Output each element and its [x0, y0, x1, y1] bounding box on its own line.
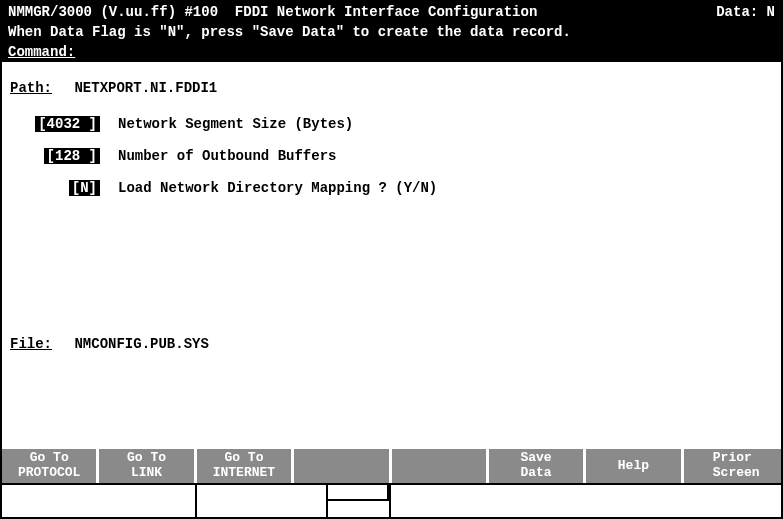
- fkey-blank-4: [294, 449, 391, 483]
- load-directory-label: Load Network Directory Mapping ? (Y/N): [118, 180, 437, 196]
- function-key-row: Go To PROTOCOL Go To LINK Go To INTERNET…: [2, 449, 781, 483]
- fkey-help[interactable]: Help: [586, 449, 683, 483]
- fkey-save-data[interactable]: Save Data: [489, 449, 586, 483]
- app-title: NMMGR/3000 (V.uu.ff) #100 FDDI Network I…: [8, 4, 537, 20]
- fkey-go-to-internet[interactable]: Go To INTERNET: [197, 449, 294, 483]
- bottom-box-1: [2, 485, 197, 517]
- field-segment-size: [4032 ] Network Segment Size (Bytes): [10, 116, 773, 132]
- bottom-box-3: [328, 485, 392, 517]
- content-area: Path: NETXPORT.NI.FDDI1 [4032 ] Network …: [2, 62, 781, 449]
- hint-line: When Data Flag is "N", press "Save Data"…: [2, 22, 781, 42]
- fkey-blank-5: [392, 449, 489, 483]
- path-value: NETXPORT.NI.FDDI1: [74, 80, 217, 96]
- segment-size-input[interactable]: [4032 ]: [35, 116, 100, 132]
- command-label: Command:: [8, 44, 75, 60]
- field-load-directory: [N] Load Network Directory Mapping ? (Y/…: [10, 180, 773, 196]
- command-row: Command:: [2, 42, 781, 62]
- fkey-prior-screen[interactable]: Prior Screen: [684, 449, 781, 483]
- load-directory-input[interactable]: [N]: [69, 180, 100, 196]
- segment-size-label: Network Segment Size (Bytes): [118, 116, 353, 132]
- bottom-box-2: [197, 485, 328, 517]
- outbound-buffers-label: Number of Outbound Buffers: [118, 148, 336, 164]
- file-value: NMCONFIG.PUB.SYS: [74, 336, 208, 352]
- bottom-box-4: [391, 485, 781, 517]
- file-label: File:: [10, 336, 52, 352]
- bottom-box-row: [2, 483, 781, 517]
- file-row: File: NMCONFIG.PUB.SYS: [10, 336, 773, 352]
- fkey-go-to-protocol[interactable]: Go To PROTOCOL: [2, 449, 99, 483]
- field-outbound-buffers: [128 ] Number of Outbound Buffers: [10, 148, 773, 164]
- path-row: Path: NETXPORT.NI.FDDI1: [10, 80, 773, 96]
- path-label: Path:: [10, 80, 52, 96]
- fkey-go-to-link[interactable]: Go To LINK: [99, 449, 196, 483]
- outbound-buffers-input[interactable]: [128 ]: [44, 148, 100, 164]
- data-flag: Data: N: [716, 4, 775, 20]
- title-bar: NMMGR/3000 (V.uu.ff) #100 FDDI Network I…: [2, 2, 781, 22]
